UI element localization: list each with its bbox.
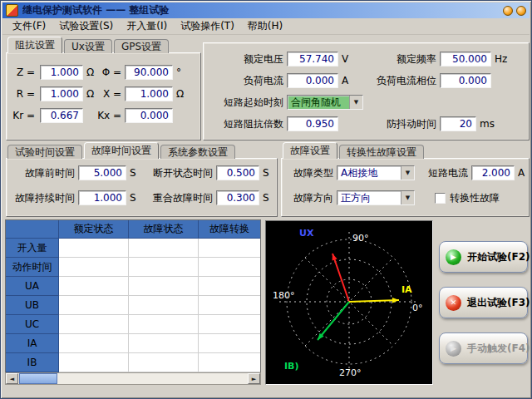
table-cell xyxy=(129,258,199,277)
load-current-field[interactable]: 0.000 xyxy=(287,73,338,88)
fault-tabs: 故障设置 转换性故障设置 xyxy=(283,143,426,159)
debounce-label: 防抖动时间 xyxy=(367,116,436,131)
table-cell xyxy=(129,296,199,315)
minimize-button[interactable] xyxy=(503,6,513,16)
open-state-label: 断开状态时间 xyxy=(138,165,213,180)
exit-test-button[interactable]: ✕ 退出试验(F3) xyxy=(439,287,528,318)
scroll-left-icon[interactable]: ◄ xyxy=(6,373,18,384)
start-test-button[interactable]: ▶ 开始试验(F2) xyxy=(439,241,528,273)
deg180-label: 180° xyxy=(273,290,295,301)
table-cell xyxy=(199,334,260,353)
close-button[interactable] xyxy=(516,6,526,16)
table-cell xyxy=(129,239,199,258)
deg90-label: 90° xyxy=(352,233,369,244)
tab-system-params[interactable]: 系统参数设置 xyxy=(160,145,235,159)
pre-fault-unit: S xyxy=(130,165,136,180)
ib-vector xyxy=(318,302,349,340)
impedance-multiple-field[interactable]: 0.950 xyxy=(287,116,338,131)
r-unit: Ω xyxy=(86,86,94,101)
table-row: UC xyxy=(6,315,260,334)
tab-impedance-settings[interactable]: 阻抗设置 xyxy=(7,37,62,53)
short-start-select[interactable]: 合闸角随机 ▼ xyxy=(287,95,363,110)
debounce-field[interactable]: 20 xyxy=(440,116,476,131)
rated-voltage-field[interactable]: 57.740 xyxy=(287,52,338,66)
menu-file[interactable]: 文件(F) xyxy=(6,17,52,35)
fault-panel: 故障类型 A相接地 ▼ 短路电流 2.000 A 故障方向 正方向 ▼ 转换性故… xyxy=(281,158,530,217)
open-state-field[interactable]: 0.500 xyxy=(216,165,259,180)
row-label: IA xyxy=(6,334,59,353)
chevron-down-icon[interactable]: ▼ xyxy=(349,96,362,109)
menu-test-operation[interactable]: 试验操作(T) xyxy=(174,17,241,35)
results-table: 额定状态 故障状态 故障转换 开入量 动作时间 UA UB xyxy=(5,219,261,373)
table-cell xyxy=(59,334,129,353)
title-bar: 继电保护测试软件 —— 整组试验 xyxy=(2,2,530,18)
table-cell xyxy=(199,239,260,258)
deg0-label: 0° xyxy=(412,303,423,313)
chevron-down-icon[interactable]: ▼ xyxy=(401,191,414,204)
tab-gps-settings[interactable]: GPS设置 xyxy=(114,39,169,53)
x-field[interactable]: 1.000 xyxy=(125,86,173,101)
table-hscrollbar[interactable]: ◄ ► xyxy=(5,372,261,385)
rated-voltage-unit: V xyxy=(342,52,348,66)
pre-fault-label: 故障前时间 xyxy=(8,165,75,180)
manual-trigger-button[interactable]: ▶ 手动触发(F4) xyxy=(439,332,528,364)
z-label: Z = xyxy=(12,65,35,80)
tab-fault-time[interactable]: 故障时间设置 xyxy=(84,142,159,159)
ux-vector-arrowhead xyxy=(332,254,337,261)
menu-bar: 文件(F) 试验设置(S) 开入量(I) 试验操作(T) 帮助(H) xyxy=(2,18,530,35)
tab-fault-settings[interactable]: 故障设置 xyxy=(283,142,337,159)
short-start-label: 短路起始时刻 xyxy=(207,95,283,110)
pre-fault-field[interactable]: 5.000 xyxy=(78,165,126,180)
reclose-field[interactable]: 0.300 xyxy=(216,190,259,205)
tab-test-time[interactable]: 试验时间设置 xyxy=(7,145,82,159)
tab-ux-settings[interactable]: Ux设置 xyxy=(64,39,112,53)
kr-label: Kr = xyxy=(12,108,35,123)
fault-direction-label: 故障方向 xyxy=(283,190,333,205)
scrollbar-track[interactable] xyxy=(57,373,248,384)
table-row: 开入量 xyxy=(6,239,260,258)
manual-trigger-icon: ▶ xyxy=(446,341,461,357)
z-field[interactable]: 1.000 xyxy=(40,65,83,80)
table-cell xyxy=(59,277,129,296)
kr-field[interactable]: 0.667 xyxy=(40,108,83,123)
table-row: 动作时间 xyxy=(6,258,260,277)
fault-type-select[interactable]: A相接地 ▼ xyxy=(337,165,415,180)
fault-direction-select[interactable]: 正方向 ▼ xyxy=(337,190,415,205)
r-field[interactable]: 1.000 xyxy=(40,86,83,101)
menu-binary-input[interactable]: 开入量(I) xyxy=(120,17,174,35)
scrollbar-thumb[interactable] xyxy=(19,373,57,384)
x-label: X = xyxy=(96,86,121,101)
phi-unit: ° xyxy=(176,65,181,80)
start-icon: ▶ xyxy=(446,249,461,265)
phi-field[interactable]: 90.000 xyxy=(125,65,173,80)
table-cell xyxy=(129,315,199,334)
short-current-field[interactable]: 2.000 xyxy=(471,165,515,180)
table-header-rated-state: 额定状态 xyxy=(59,220,129,239)
ux-vector xyxy=(332,254,349,302)
ib-label: IB) xyxy=(284,361,299,372)
scroll-right-icon[interactable]: ► xyxy=(248,373,260,384)
impedance-tabs: 阻抗设置 Ux设置 GPS设置 xyxy=(7,37,170,53)
z-unit: Ω xyxy=(86,65,94,80)
fault-duration-unit: S xyxy=(130,190,136,205)
exit-test-label: 退出试验(F3) xyxy=(467,296,530,310)
open-state-unit: S xyxy=(263,165,269,180)
reclose-label: 重合故障时间 xyxy=(138,190,213,205)
tab-convertible-fault[interactable]: 转换性故障设置 xyxy=(339,145,424,159)
convertible-fault-checkbox[interactable] xyxy=(435,193,446,204)
app-icon xyxy=(6,4,18,17)
exit-icon: ✕ xyxy=(446,295,461,311)
fault-direction-value: 正方向 xyxy=(341,192,371,204)
table-cell xyxy=(129,334,199,353)
kx-field[interactable]: 0.000 xyxy=(125,108,173,123)
chevron-down-icon[interactable]: ▼ xyxy=(401,166,414,180)
load-phase-field[interactable]: 0.000 xyxy=(440,73,491,88)
fault-duration-field[interactable]: 1.000 xyxy=(78,190,126,205)
row-label: UB xyxy=(6,296,59,315)
row-label: IB xyxy=(6,353,59,372)
menu-test-settings[interactable]: 试验设置(S) xyxy=(52,17,120,35)
short-current-unit: A xyxy=(518,165,525,180)
menu-help[interactable]: 帮助(H) xyxy=(241,17,289,35)
kx-label: Kx = xyxy=(96,108,121,123)
rated-frequency-field[interactable]: 50.000 xyxy=(440,52,491,66)
